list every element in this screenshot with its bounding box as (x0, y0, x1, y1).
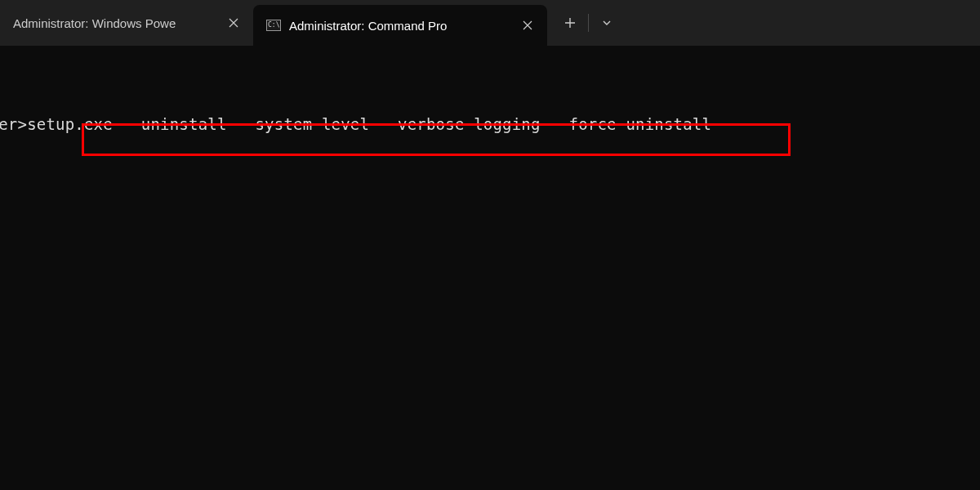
tab-powershell[interactable]: Administrator: Windows Powe (0, 0, 253, 46)
terminal-line: rs\user>setup.exe --uninstall --system-l… (0, 114, 980, 136)
divider (588, 14, 589, 32)
close-icon[interactable] (224, 13, 243, 33)
tab-command-prompt[interactable]: C:\ Administrator: Command Pro (253, 5, 547, 46)
close-icon[interactable] (518, 16, 537, 35)
cmd-icon: C:\ (266, 18, 281, 33)
tab-dropdown-button[interactable] (590, 7, 623, 39)
new-tab-button[interactable] (554, 7, 586, 39)
command-text: setup.exe --uninstall --system-level --v… (27, 114, 711, 136)
tab-title: Administrator: Command Pro (289, 19, 510, 33)
tab-title: Administrator: Windows Powe (13, 16, 216, 30)
prompt: rs\user> (0, 114, 27, 136)
terminal-body[interactable]: rs\user>setup.exe --uninstall --system-l… (0, 46, 980, 179)
tab-bar: Administrator: Windows Powe C:\ Administ… (0, 0, 980, 46)
tab-controls (547, 0, 623, 46)
